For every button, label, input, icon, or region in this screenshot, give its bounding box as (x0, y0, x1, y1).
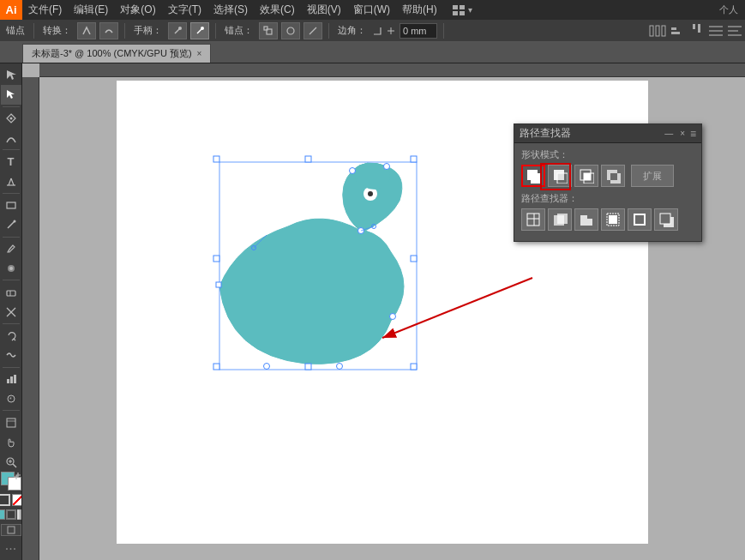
handle-bl[interactable] (213, 364, 219, 370)
convert-btn-2[interactable] (99, 22, 118, 39)
handle-btn-2[interactable] (190, 22, 209, 39)
workspace-switcher[interactable]: ▾ (447, 0, 478, 20)
tool-zoom[interactable] (1, 452, 21, 472)
stepper-icon (386, 26, 396, 36)
anchor-point-btn-1[interactable] (259, 22, 278, 39)
tool-pencil[interactable] (1, 215, 21, 235)
svg-line-30 (8, 221, 15, 228)
intersect-btn[interactable] (574, 165, 598, 187)
handle-bm[interactable] (305, 364, 311, 370)
menu-select[interactable]: 选择(S) (207, 0, 254, 20)
convert-btn-1[interactable] (77, 22, 96, 39)
panel-close-btn[interactable]: × (680, 129, 685, 138)
panel-menu-btn[interactable]: ≡ (690, 128, 696, 140)
menu-effect[interactable]: 效果(C) (254, 0, 301, 20)
anchor-head-2[interactable] (350, 168, 356, 174)
menu-edit[interactable]: 编辑(E) (68, 0, 114, 20)
tool-rotate[interactable] (1, 326, 21, 346)
outline-btn[interactable] (628, 208, 652, 231)
highlight-rect (540, 163, 571, 190)
divide-btn[interactable] (521, 208, 545, 231)
stroke-indicator[interactable] (0, 494, 10, 506)
tool-symbol[interactable]: * (1, 389, 21, 409)
sep4 (328, 23, 329, 39)
draw-normal-btn[interactable] (1, 524, 21, 536)
tool-blob-brush[interactable] (1, 259, 21, 279)
left-toolbar: T (0, 63, 22, 560)
panel-titlebar: 路径查找器 — × ≡ (514, 124, 701, 143)
fill-box[interactable] (0, 509, 5, 520)
svg-rect-58 (584, 173, 591, 180)
expand-btn[interactable]: 扩展 (631, 165, 674, 187)
handle-ml[interactable] (213, 256, 219, 262)
svg-rect-1 (460, 5, 465, 9)
trim-btn[interactable] (548, 208, 572, 231)
anchor-pt-1[interactable] (216, 282, 221, 287)
anchor-point-btn-2[interactable] (281, 22, 300, 39)
stroke-box[interactable] (6, 509, 16, 520)
minus-back-btn[interactable] (654, 208, 678, 231)
svg-rect-3 (460, 11, 465, 15)
handle-mr[interactable] (411, 256, 417, 262)
tool-type[interactable]: T (1, 152, 21, 172)
anchor-label2: 锚点： (222, 24, 255, 37)
tool-touch-type[interactable] (1, 172, 21, 191)
minus-back-icon (658, 212, 674, 227)
corner-value-input[interactable]: 0 mm (400, 23, 437, 39)
corner-icon (372, 26, 382, 36)
svg-rect-9 (264, 27, 267, 30)
pathfinder-label: 路径查找器： (521, 192, 694, 205)
tool-artboard[interactable] (1, 412, 21, 432)
outline-icon (632, 212, 647, 227)
svg-rect-29 (7, 202, 15, 208)
swap-colors-icon[interactable] (13, 472, 21, 480)
tool-graph[interactable] (1, 370, 21, 389)
menu-help[interactable]: 帮助(H) (396, 0, 443, 20)
anchor-pt-3[interactable] (337, 364, 343, 370)
tool-direct-select[interactable] (1, 65, 21, 85)
tool-scissors[interactable] (1, 302, 21, 322)
tool-select[interactable] (1, 85, 21, 105)
more-tools-btn[interactable]: ··· (5, 541, 16, 557)
svg-rect-40 (14, 375, 16, 383)
menu-window[interactable]: 窗口(W) (347, 0, 396, 20)
handle-tl[interactable] (213, 156, 219, 162)
anchor-point-btn-3[interactable] (303, 22, 322, 39)
handle-tm[interactable] (305, 156, 311, 162)
justify-icon (709, 24, 723, 38)
merge-btn[interactable] (574, 208, 598, 231)
menu-view[interactable]: 视图(V) (301, 0, 347, 20)
tool-rectangle[interactable] (1, 196, 21, 215)
tool-reshape[interactable] (1, 129, 21, 148)
tool-warp[interactable] (1, 346, 21, 365)
none-indicator[interactable] (12, 494, 23, 506)
document-tab[interactable]: 未标题-3* @ 100% (CMYK/GPU 预览) × (22, 44, 211, 63)
tool-paintbrush[interactable] (1, 239, 21, 259)
svg-rect-34 (7, 291, 15, 296)
tab-close-btn[interactable]: × (197, 49, 202, 58)
crop-btn[interactable] (601, 208, 625, 231)
panel-minimize-btn[interactable]: — (664, 129, 673, 138)
svg-point-33 (9, 267, 13, 270)
duck-artwork[interactable] (202, 149, 442, 406)
exclude-btn[interactable] (601, 165, 625, 187)
sep3 (215, 23, 216, 39)
crop-icon (605, 212, 621, 227)
anchor-pt-2[interactable] (264, 364, 270, 370)
tool-pen[interactable] (1, 109, 21, 129)
canvas-area[interactable]: 路径查找器 — × ≡ 形状模式： (22, 63, 745, 560)
handle-btn-1[interactable] (168, 22, 187, 39)
menu-file[interactable]: 文件(F) (22, 0, 68, 20)
svg-rect-39 (10, 376, 13, 383)
handle-br[interactable] (411, 364, 417, 370)
menu-object[interactable]: 对象(O) (114, 0, 161, 20)
menu-text[interactable]: 文字(T) (162, 0, 207, 20)
tool-eraser[interactable] (1, 282, 21, 302)
anchor-pt-4[interactable] (390, 314, 396, 320)
svg-rect-0 (453, 5, 458, 9)
left-ruler (22, 77, 39, 560)
panel-body: 形状模式： (514, 143, 701, 241)
tool-hand[interactable] (1, 432, 21, 452)
anchor-head-3[interactable] (384, 164, 390, 170)
handle-tr[interactable] (411, 156, 417, 162)
